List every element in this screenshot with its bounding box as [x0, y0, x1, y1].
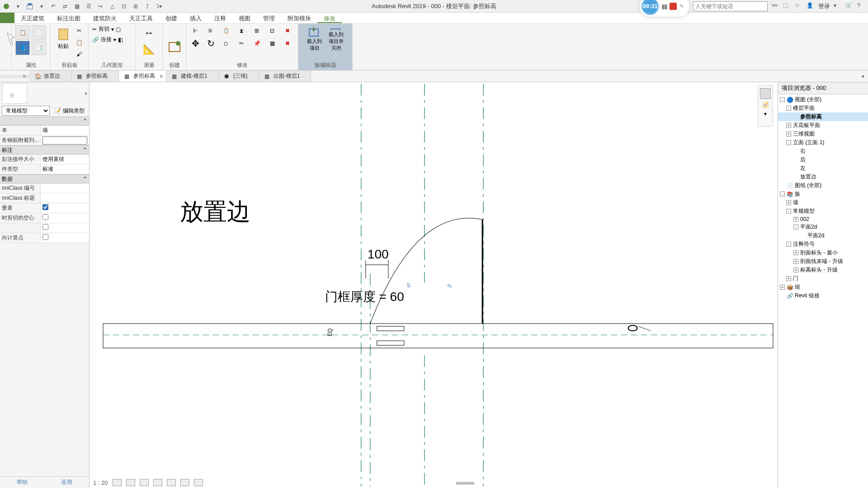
tree-toggle-icon[interactable]: -: [786, 140, 791, 145]
help-icon[interactable]: ?: [857, 2, 865, 10]
trim-icon[interactable]: ○: [221, 38, 231, 49]
save-icon[interactable]: [25, 2, 34, 11]
cut-geom-icon[interactable]: ✂: [92, 26, 97, 33]
tree-node[interactable]: -📚族: [778, 190, 868, 198]
tree-node[interactable]: +三维视图: [778, 130, 868, 138]
delete-icon[interactable]: ✖: [282, 38, 293, 49]
view-tab[interactable]: ⬢{三维}: [219, 70, 259, 82]
pin-icon[interactable]: 📌: [251, 38, 262, 49]
type-menu-icon[interactable]: ▾: [85, 90, 87, 97]
mirror-draw-icon[interactable]: ⧗: [236, 25, 247, 36]
login-menu-icon[interactable]: ▾: [834, 2, 842, 10]
pause-icon[interactable]: ▮▮: [661, 3, 667, 10]
tree-toggle-icon[interactable]: +: [793, 259, 798, 264]
view-scale[interactable]: 1 : 20: [93, 479, 108, 486]
tree-node[interactable]: 参照标高: [778, 113, 868, 121]
tab-tangent-arch[interactable]: 天正建筑: [14, 13, 51, 23]
edit-icon[interactable]: ✎: [679, 3, 684, 9]
tree-toggle-icon[interactable]: +: [793, 217, 798, 222]
tab-fire[interactable]: 建筑防火: [87, 13, 123, 23]
eq-constraint[interactable]: EQ: [327, 328, 333, 336]
sun-path-icon[interactable]: [140, 479, 149, 486]
properties-apply-button[interactable]: 应用: [45, 477, 90, 488]
join-geom-icon[interactable]: 🔗: [92, 37, 99, 43]
tree-node[interactable]: 后: [778, 155, 868, 164]
prop-group-header[interactable]: ⌃: [0, 117, 89, 126]
navigation-bar[interactable]: 🧭 ▾: [758, 85, 773, 127]
tree-node[interactable]: +剖面线末端 - 升级: [778, 257, 868, 266]
prop-value[interactable]: [41, 213, 89, 223]
tree-toggle-icon[interactable]: -: [780, 97, 785, 102]
dimension-value[interactable]: 100: [368, 247, 389, 261]
qat-icon[interactable]: ☰: [84, 2, 93, 11]
view-tab[interactable]: ▦参照标高: [71, 70, 119, 82]
crop-region-icon[interactable]: [180, 479, 189, 486]
type-properties-button[interactable]: 📄: [32, 25, 46, 40]
shadows-icon[interactable]: [153, 479, 162, 486]
tree-node[interactable]: -🔵视图 (全部): [778, 95, 868, 104]
tree-node[interactable]: 📄图纸 (全部): [778, 181, 868, 190]
type-selector[interactable]: 常规模型: [2, 106, 50, 116]
move-icon[interactable]: ✥: [190, 38, 201, 49]
qat-icon[interactable]: ⊞: [131, 2, 140, 11]
tab-tangent-tools[interactable]: 天正工具: [123, 13, 159, 23]
exchange-icon[interactable]: 🛒: [845, 2, 854, 10]
group-icon[interactable]: ▦: [267, 38, 278, 49]
split-icon[interactable]: ✂: [236, 38, 247, 49]
project-tree[interactable]: -🔵视图 (全部)-楼层平面参照标高+天花板平面+三维视图-立面 (立面 1)右…: [778, 94, 868, 488]
binoculars-icon[interactable]: 👓: [771, 2, 779, 10]
screen-recorder-badge[interactable]: 09:31 ▮▮ ✎: [640, 0, 689, 17]
tree-toggle-icon[interactable]: +: [786, 276, 791, 281]
tab-create[interactable]: 创建: [159, 13, 184, 23]
load-close-button[interactable]: 载入到 项目并关闭: [327, 25, 345, 52]
tree-toggle-icon[interactable]: -: [786, 209, 791, 214]
tree-node[interactable]: -楼层平面: [778, 104, 868, 113]
prop-group-header[interactable]: 标注⌃: [0, 145, 89, 155]
match-icon[interactable]: 🖌: [74, 49, 85, 60]
detail-level-icon[interactable]: [113, 479, 122, 486]
tab-modify[interactable]: 修改: [317, 13, 342, 23]
view-tab[interactable]: 🏠放置边: [29, 70, 71, 82]
tree-toggle-icon[interactable]: +: [780, 285, 785, 290]
family-types-button[interactable]: 📘: [15, 41, 30, 55]
open-icon[interactable]: ▾: [14, 2, 23, 11]
close-icon[interactable]: ×: [160, 73, 163, 80]
tree-node[interactable]: +标高标头 - 升级: [778, 266, 868, 274]
tree-toggle-icon[interactable]: +: [793, 250, 798, 255]
family-category-button[interactable]: 📑: [32, 41, 46, 55]
prop-value[interactable]: [41, 183, 89, 193]
tree-node[interactable]: 放置边: [778, 173, 868, 181]
tree-node[interactable]: -立面 (立面 1): [778, 138, 868, 147]
prop-value[interactable]: [41, 223, 89, 233]
paste-button[interactable]: 粘贴: [54, 25, 72, 52]
view-cube-icon[interactable]: [760, 88, 771, 99]
redo-icon[interactable]: ⇄: [61, 2, 70, 11]
horizontal-scrollbar[interactable]: [456, 482, 474, 485]
properties-help-button[interactable]: 帮助: [0, 477, 45, 488]
view-tab[interactable]: ▦建模-楼层1: [166, 70, 219, 82]
copy-icon[interactable]: 📋: [74, 37, 85, 48]
prop-value[interactable]: [41, 233, 89, 243]
tree-node[interactable]: 🔗Revit 链接: [778, 291, 868, 300]
tree-node[interactable]: -平面2d: [778, 223, 868, 231]
tree-node[interactable]: +剖面标头 - 最小: [778, 249, 868, 257]
tab-manage[interactable]: 管理: [257, 13, 281, 23]
rotate-icon[interactable]: ↻: [205, 38, 216, 49]
flip-control-icon[interactable]: ⇅: [406, 282, 411, 289]
keynote-icon[interactable]: ⬚: [783, 2, 791, 10]
tree-toggle-icon[interactable]: -: [780, 192, 785, 197]
qat-icon[interactable]: △: [108, 2, 117, 11]
steering-wheel-icon[interactable]: 🧭: [762, 102, 769, 108]
tree-toggle-icon[interactable]: +: [793, 267, 798, 272]
tree-node[interactable]: +门: [778, 274, 868, 283]
tree-node[interactable]: 平面2d: [778, 231, 868, 240]
prop-value[interactable]: 标准: [41, 164, 89, 174]
split-icon[interactable]: ◧: [118, 37, 123, 43]
unpin-icon[interactable]: ✖: [282, 25, 293, 36]
cut-icon[interactable]: ✂: [74, 25, 85, 36]
prop-value[interactable]: 使用直径: [41, 155, 89, 164]
tab-menu-icon[interactable]: ▾: [858, 73, 868, 80]
hide-isolate-icon[interactable]: [194, 479, 203, 486]
qat-icon[interactable]: ▦: [72, 2, 81, 11]
tree-toggle-icon[interactable]: -: [793, 225, 798, 230]
